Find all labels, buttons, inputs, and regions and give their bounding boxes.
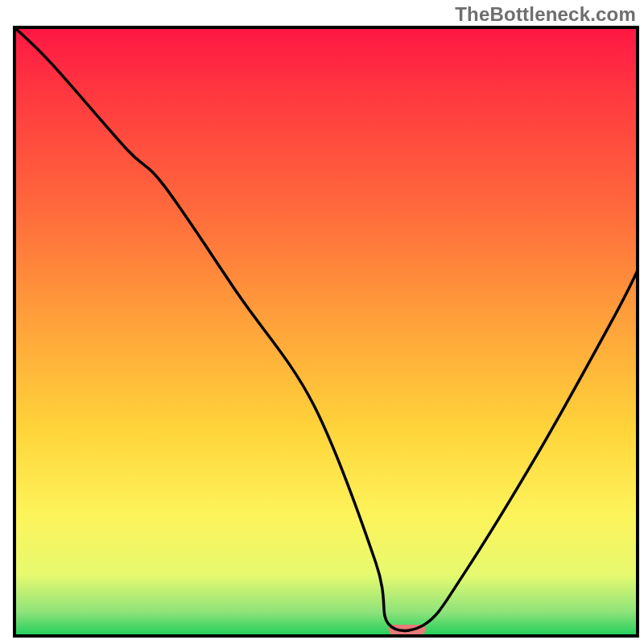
bottleneck-chart — [0, 0, 644, 644]
chart-stage: TheBottleneck.com — [0, 0, 644, 644]
chart-background — [14, 27, 638, 636]
